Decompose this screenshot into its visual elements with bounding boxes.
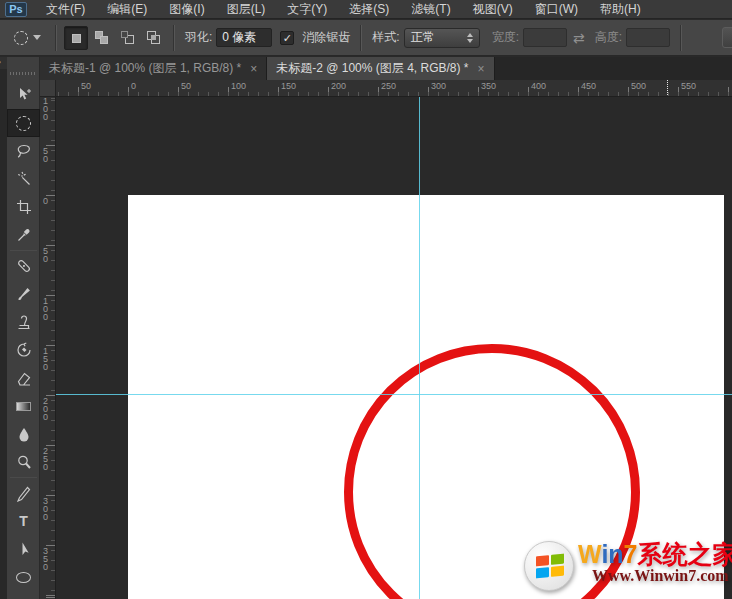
menu-item-filter[interactable]: 滤镜(T) <box>400 0 461 18</box>
clone-stamp-tool-button[interactable] <box>7 308 40 336</box>
v-ruler-label: 0 <box>43 197 48 205</box>
menu-item-layer[interactable]: 图层(L) <box>216 0 277 18</box>
menu-item-type[interactable]: 文字(Y) <box>276 0 338 18</box>
horizontal-ruler[interactable]: 50050100150200250300350400450500550 <box>56 80 732 97</box>
menu-item-help[interactable]: 帮助(H) <box>589 0 652 18</box>
vertical-guide[interactable] <box>419 97 420 599</box>
close-icon[interactable]: × <box>250 63 257 75</box>
new-selection-button[interactable] <box>64 26 88 50</box>
intersect-selection-button[interactable] <box>142 26 166 50</box>
tab-title: 未标题-2 @ 100% (图层 4, RGB/8) * <box>276 60 468 77</box>
brush-icon <box>15 285 33 303</box>
document-tab-1[interactable]: 未标题-1 @ 100% (图层 1, RGB/8) *× <box>40 57 267 80</box>
win7-logo-icon <box>524 541 574 591</box>
v-ruler-label: 1 5 0 <box>43 347 48 371</box>
h-ruler-label: 400 <box>531 81 546 91</box>
swap-dimensions-icon[interactable]: ⇄ <box>573 30 585 46</box>
selection-mode-buttons <box>63 26 167 50</box>
h-ruler-label: 550 <box>681 81 696 91</box>
tool-preset-picker[interactable] <box>0 23 49 53</box>
subtract-from-selection-button[interactable] <box>116 26 140 50</box>
type-tool-button[interactable]: T <box>7 507 40 535</box>
spot-healing-brush-tool-button[interactable] <box>7 252 40 280</box>
crop-tool-button[interactable] <box>7 193 40 221</box>
document-canvas[interactable] <box>128 195 724 599</box>
menu-item-edit[interactable]: 编辑(E) <box>96 0 158 18</box>
gradient-tool-button[interactable] <box>7 392 40 420</box>
style-label: 样式: <box>372 29 399 46</box>
eraser-tool-button[interactable] <box>7 364 40 392</box>
type-icon: T <box>19 513 28 529</box>
close-icon[interactable]: × <box>477 63 484 75</box>
stepper-arrows-icon <box>467 33 473 43</box>
tool-buttons: T <box>7 81 40 599</box>
vertical-ruler[interactable]: 1 0 05 005 01 0 01 5 02 0 02 5 03 0 03 5… <box>40 97 56 599</box>
v-ruler-label: 5 0 <box>43 247 48 263</box>
magic-wand-tool-button[interactable] <box>7 165 40 193</box>
intersect-selection-icon <box>151 35 156 40</box>
photoshop-window: Ps 文件(F)编辑(E)图像(I)图层(L)文字(Y)选择(S)滤镜(T)视图… <box>0 0 732 599</box>
tools-panel: » T <box>0 57 40 599</box>
tool-options-bar: 羽化: ✓ 消除锯齿 样式: 正常 宽度: ⇄ 高度: <box>0 20 732 56</box>
add-to-selection-button[interactable] <box>90 26 114 50</box>
h-ruler-label: 450 <box>581 81 596 91</box>
cursor-position-marker <box>667 80 668 97</box>
gradient-icon <box>16 402 31 411</box>
chevron-down-icon <box>33 35 41 40</box>
lasso-icon <box>15 142 33 160</box>
ps-logo-icon: Ps <box>5 2 27 17</box>
antialias-checkbox[interactable]: ✓ <box>280 31 294 45</box>
magic-wand-icon <box>15 170 33 188</box>
menu-item-view[interactable]: 视图(V) <box>462 0 524 18</box>
feather-input[interactable] <box>216 28 272 47</box>
menu-items: 文件(F)编辑(E)图像(I)图层(L)文字(Y)选择(S)滤镜(T)视图(V)… <box>35 0 652 18</box>
add-to-selection-icon <box>100 36 108 44</box>
watermark-url: Www.Winwin7.com <box>592 567 732 585</box>
v-ruler-label: 1 0 0 <box>43 97 48 121</box>
v-ruler-label: 3 5 0 <box>43 547 48 571</box>
brush-tool-button[interactable] <box>7 280 40 308</box>
dodge-tool-button[interactable] <box>7 448 40 476</box>
dodge-icon <box>15 453 33 471</box>
width-label: 宽度: <box>492 29 519 46</box>
move-tool-button[interactable] <box>7 81 40 109</box>
v-ruler-label: 3 0 0 <box>43 497 48 521</box>
height-input[interactable] <box>626 28 670 47</box>
clone-stamp-icon <box>15 313 33 331</box>
canvas-viewport[interactable]: Win7系统之家 Www.Winwin7.com <box>56 97 732 599</box>
elliptical-marquee-tool-button[interactable] <box>7 109 40 137</box>
refine-edge-button-partial[interactable] <box>722 27 732 48</box>
menu-item-select[interactable]: 选择(S) <box>338 0 400 18</box>
ellipse-tool-button[interactable] <box>7 563 40 591</box>
blur-tool-button[interactable] <box>7 420 40 448</box>
watermark-title-part: W <box>578 540 601 568</box>
path-selection-tool-button[interactable] <box>7 535 40 563</box>
v-ruler-label: 5 0 <box>43 147 48 163</box>
eyedropper-tool-button[interactable] <box>7 221 40 249</box>
spot-healing-brush-icon <box>15 257 33 275</box>
antialias-label: 消除锯齿 <box>302 29 350 46</box>
hand-tool-button[interactable] <box>7 591 40 599</box>
history-brush-tool-button[interactable] <box>7 336 40 364</box>
document-tab-2[interactable]: 未标题-2 @ 100% (图层 4, RGB/8) *× <box>267 57 494 80</box>
divider <box>360 25 362 51</box>
panel-grip[interactable] <box>10 72 36 75</box>
width-input[interactable] <box>523 28 567 47</box>
v-ruler-label: 2 5 0 <box>43 447 48 471</box>
horizontal-guide[interactable] <box>56 394 732 395</box>
h-ruler-label: 100 <box>231 81 246 91</box>
move-icon <box>15 86 33 104</box>
menu-item-window[interactable]: 窗口(W) <box>524 0 589 18</box>
feather-label: 羽化: <box>185 29 212 46</box>
menu-item-file[interactable]: 文件(F) <box>35 0 96 18</box>
menu-item-image[interactable]: 图像(I) <box>158 0 215 18</box>
history-brush-icon <box>15 341 33 359</box>
ellipse-icon <box>16 572 31 583</box>
lasso-tool-button[interactable] <box>7 137 40 165</box>
h-ruler-label: 50 <box>81 81 91 91</box>
ruler-origin-corner[interactable] <box>40 80 56 97</box>
style-value: 正常 <box>411 29 435 46</box>
pen-tool-button[interactable] <box>7 479 40 507</box>
h-ruler-label: 300 <box>431 81 446 91</box>
style-select[interactable]: 正常 <box>404 28 480 48</box>
